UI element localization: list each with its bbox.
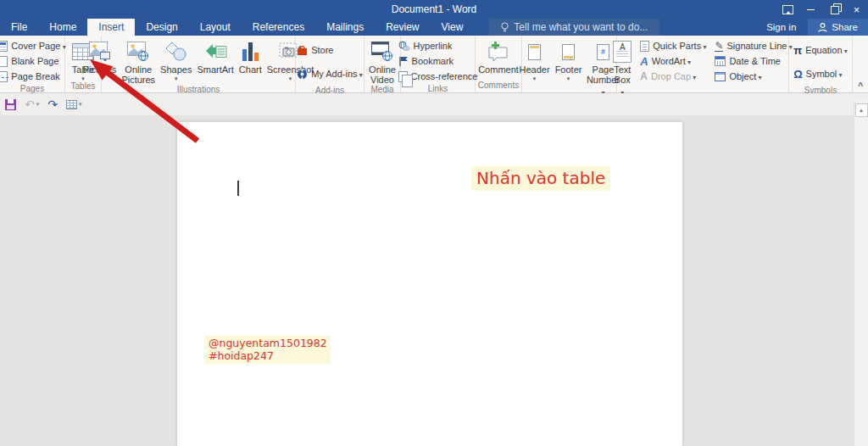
bookmark-icon xyxy=(398,56,409,66)
minimize-icon xyxy=(807,9,815,10)
scroll-up-button[interactable]: ▲ xyxy=(855,103,868,117)
window-controls: × xyxy=(776,0,868,19)
cross-reference-label: Cross-reference xyxy=(411,71,478,81)
equation-button[interactable]: πEquation xyxy=(791,42,850,58)
wordart-button[interactable]: AWordArt xyxy=(637,53,709,69)
header-icon xyxy=(528,44,541,60)
save-button[interactable] xyxy=(5,99,16,110)
scroll-up-icon: ▲ xyxy=(859,108,864,113)
wordart-label: WordArt xyxy=(652,56,691,66)
online-pictures-label: Online Pictures xyxy=(121,64,155,85)
pictures-button[interactable]: Pictures xyxy=(81,38,120,75)
footer-label: Footer xyxy=(555,64,582,81)
symbol-button[interactable]: ΩSymbol xyxy=(791,66,850,81)
ribbon-group-addins: Store My Add-ins Add-ins xyxy=(296,36,364,92)
comment-label: Comment xyxy=(478,64,519,75)
hyperlink-button[interactable]: Hyperlink xyxy=(396,38,481,53)
chart-icon xyxy=(242,42,259,61)
footer-icon xyxy=(562,44,575,60)
cover-page-icon xyxy=(0,41,8,52)
online-video-button[interactable]: Online Video xyxy=(366,38,398,85)
chart-button[interactable]: Chart xyxy=(236,38,264,75)
signature-line-label: Signature Line xyxy=(726,41,792,51)
sign-in-button[interactable]: Sign in xyxy=(754,22,808,32)
restore-icon xyxy=(831,6,837,13)
wordart-icon: A xyxy=(640,56,648,67)
cover-page-label: Cover Page xyxy=(11,41,65,51)
chart-label: Chart xyxy=(239,64,262,75)
shapes-label: Shapes xyxy=(160,64,192,81)
close-icon: × xyxy=(854,4,860,15)
person-icon xyxy=(818,23,827,32)
comment-icon xyxy=(487,41,510,63)
callout-text: Nhấn vào table xyxy=(471,166,610,191)
cross-reference-button[interactable]: Cross-reference xyxy=(396,69,481,84)
drop-cap-icon: A xyxy=(640,71,648,81)
quick-parts-button[interactable]: Quick Parts xyxy=(637,38,709,53)
ribbon-group-header-footer: Header Footer # Page Number Header & Foo… xyxy=(522,36,617,92)
tab-home[interactable]: Home xyxy=(38,19,87,36)
tab-layout[interactable]: Layout xyxy=(189,19,242,36)
tab-view[interactable]: View xyxy=(431,19,475,36)
object-button[interactable]: Object xyxy=(712,69,794,84)
save-icon xyxy=(5,99,16,110)
smartart-label: SmartArt xyxy=(197,64,233,75)
online-pictures-button[interactable]: Online Pictures xyxy=(119,38,158,85)
vertical-scrollbar[interactable]: ▲ xyxy=(854,100,868,446)
document-page[interactable]: Nhấn vào table @nguyentam1501982 #hoidap… xyxy=(176,121,683,446)
signature-line-button[interactable]: ✎Signature Line xyxy=(712,38,794,53)
ribbon-group-comments: Comment Comments xyxy=(476,36,522,92)
qat-dropdown-icon: ▾ xyxy=(79,101,82,108)
bookmark-button[interactable]: Bookmark xyxy=(396,53,481,69)
restore-button[interactable] xyxy=(822,0,845,19)
comment-button[interactable]: Comment xyxy=(476,38,521,75)
blank-page-button[interactable]: Blank Page xyxy=(0,53,69,69)
text-cursor xyxy=(237,181,239,196)
header-button[interactable]: Header xyxy=(517,38,553,81)
blank-page-icon xyxy=(0,56,8,67)
close-button[interactable]: × xyxy=(845,0,868,19)
redo-icon: ↷ xyxy=(47,98,58,111)
tab-file[interactable]: File xyxy=(0,19,38,36)
tab-design[interactable]: Design xyxy=(135,19,188,36)
my-add-ins-label: My Add-ins xyxy=(311,69,363,79)
credit-text: @nguyentam1501982 #hoidap247 xyxy=(205,336,331,364)
my-add-ins-button[interactable]: My Add-ins xyxy=(294,66,365,81)
pictures-label: Pictures xyxy=(83,64,117,75)
quick-parts-label: Quick Parts xyxy=(653,41,706,51)
store-button[interactable]: Store xyxy=(294,42,365,58)
object-icon xyxy=(715,72,726,81)
smartart-button[interactable]: SmartArt xyxy=(194,38,236,75)
shapes-icon xyxy=(165,42,187,62)
drop-cap-button[interactable]: ADrop Cap xyxy=(637,69,709,84)
shapes-button[interactable]: Shapes xyxy=(158,38,194,81)
online-video-icon xyxy=(371,42,393,62)
date-time-button[interactable]: Date & Time xyxy=(712,53,794,69)
document-area: Nhấn vào table @nguyentam1501982 #hoidap… xyxy=(0,115,868,446)
tab-insert[interactable]: Insert xyxy=(87,19,135,36)
text-box-button[interactable]: A Text Box xyxy=(610,38,634,98)
ribbon-group-text: A Text Box Quick Parts AWordArt ADrop Ca… xyxy=(617,36,789,92)
quick-access-toolbar: ↶▾ ↷ ▾ xyxy=(0,93,868,115)
collapse-ribbon-button[interactable]: ^ xyxy=(858,81,863,91)
my-add-ins-icon xyxy=(297,69,308,80)
undo-button[interactable]: ↶▾ xyxy=(25,98,39,111)
tab-references[interactable]: References xyxy=(242,19,315,36)
cover-page-button[interactable]: Cover Page xyxy=(0,38,69,53)
tell-me-box[interactable]: Tell me what you want to do... xyxy=(489,19,659,36)
smartart-icon xyxy=(204,42,227,61)
group-label-comments: Comments xyxy=(476,81,521,92)
tab-review[interactable]: Review xyxy=(375,19,430,36)
page-break-button[interactable]: Page Break xyxy=(0,69,69,84)
ribbon-insert: Cover Page Blank Page Page Break Pages T… xyxy=(0,36,868,93)
tab-mailings[interactable]: Mailings xyxy=(315,19,375,36)
ribbon-display-options-button[interactable] xyxy=(776,0,799,19)
quick-parts-icon xyxy=(640,41,649,52)
minimize-button[interactable] xyxy=(799,0,822,19)
customize-qat-button[interactable]: ▾ xyxy=(66,100,82,109)
tell-me-text: Tell me what you want to do... xyxy=(514,21,648,33)
online-pictures-icon xyxy=(127,42,149,62)
share-button[interactable]: Share xyxy=(808,19,868,36)
redo-button[interactable]: ↷ xyxy=(47,98,58,111)
footer-button[interactable]: Footer xyxy=(553,38,585,81)
